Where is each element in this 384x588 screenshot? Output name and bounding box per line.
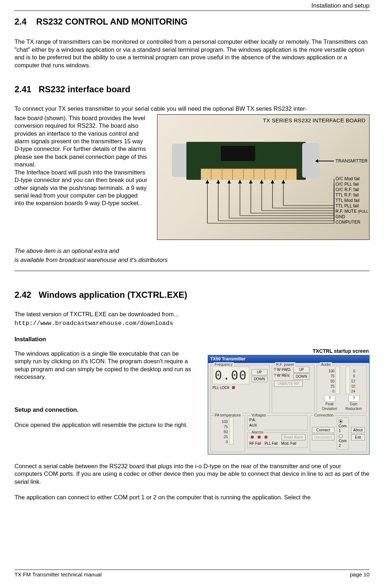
pa-temp-scale: 0 25 50 75 100 — [222, 417, 228, 445]
connection-label: Connection — [313, 413, 334, 418]
audio-right-scale: 24 18 12 6 0 — [351, 369, 355, 394]
reset-alarm-button[interactable]: Reset Alarm — [282, 434, 305, 440]
connect-cable-paragraph: Connect a serial cable between the RS232… — [14, 462, 370, 486]
section-2-41-note-line2: is available from broadcast warehouse an… — [14, 256, 370, 264]
voltage-aux-label: AUX — [249, 423, 257, 427]
voltage-pa-label: P.A. — [249, 418, 256, 422]
section-2-41-note-line1: The above item is an optional extra and — [14, 247, 370, 255]
freq-label: Frequency — [214, 362, 234, 367]
section-2-41-heading: 2.41 RS232 interface board — [14, 84, 370, 95]
section-2-41-lead: To connect your TX series transmitter to… — [14, 105, 370, 113]
pa-temp-bar — [229, 417, 233, 445]
ifb-sig-oc-rf: O/C R.F. fail — [336, 187, 370, 193]
pll-lock-led — [232, 386, 235, 389]
ifb-sig-computer: COMPUTER — [336, 220, 370, 225]
com1-radio[interactable]: Com 1 — [339, 419, 347, 433]
section-2-42-number: 2.42 — [14, 290, 31, 300]
ifb-sig-oc-pll: O/C PLL fail — [336, 182, 370, 187]
section-2-42-title: Windows application (TXCTRL.EXE) — [39, 290, 187, 300]
svg-marker-3 — [238, 180, 242, 183]
audio-right-bar — [346, 367, 350, 394]
section-2-41-body: face board (shown). This board provides … — [14, 114, 148, 207]
ifb-terminals — [201, 168, 297, 180]
ifb-title: TX SERIES RS232 INTERFACE BOARD — [263, 117, 366, 124]
ifb-sig-ttl-rf: TTL R.F. fail — [336, 193, 370, 198]
audio-left-scale: 0 25 50 75 100 — [328, 369, 334, 394]
section-2-41-title: RS232 interface board — [39, 84, 130, 94]
svg-marker-4 — [249, 180, 253, 183]
ifb-ic-chip — [221, 146, 255, 161]
section-2-4-heading: 2.4 RS232 CONTROL AND MONITORING — [14, 16, 370, 27]
alarm-pll-text: PLL Fail — [265, 441, 278, 446]
ifb-sig-oc-mod: O/C Mod fail — [336, 176, 370, 182]
rf-fwd: ? W FWD. — [274, 367, 291, 372]
section-2-4-number: 2.4 — [14, 17, 26, 26]
ifb-sig-ttl-pll: TTL PLL fail — [336, 203, 370, 209]
txctrl-figure: TXCTRL startup screen TX50 Transmitter F… — [208, 348, 370, 454]
ifb-signal-labels: O/C Mod fail O/C PLL fail O/C R.F. fail … — [336, 176, 370, 225]
section-2-4-title: RS232 CONTROL AND MONITORING — [36, 17, 187, 26]
freq-display: 0.00 — [212, 367, 249, 384]
voltages-label: Voltages — [250, 413, 267, 418]
interface-board-figure: TX SERIES RS232 INTERFACE BOARD TRANSMIT… — [157, 114, 370, 240]
footer-left: TX FM Transmitter technical manual — [14, 571, 102, 578]
alarm-pll-led — [258, 436, 261, 439]
unmute-rf-button[interactable]: UNMUTE RF — [274, 381, 303, 387]
exit-button[interactable]: Exit — [351, 434, 365, 440]
alarm-rf-led — [251, 436, 254, 439]
alarm-rf-text: RF Fail — [249, 441, 261, 446]
txctrl-caption: TXCTRL startup screen — [208, 348, 369, 354]
page-header-right: Installation and setup — [14, 0, 370, 10]
section-2-4-paragraph: The TX range of transmitters can be moni… — [14, 38, 370, 69]
svg-marker-6 — [271, 180, 274, 183]
alarm-mod-led — [265, 436, 267, 439]
connect-button[interactable]: Connect — [312, 427, 334, 433]
section-2-41-number: 2.41 — [14, 84, 31, 94]
ifb-sig-gnd: GND — [336, 214, 370, 220]
ifb-transmitter-label: TRANSMITTER — [336, 158, 368, 164]
section-2-42-download-text: The latest version of TXCTRL.EXE can be … — [14, 310, 370, 318]
rf-down-button[interactable]: DOWN — [294, 373, 309, 380]
com-port-paragraph: The application can connect to either CO… — [14, 494, 370, 501]
footer-right: page 10 — [350, 571, 370, 578]
disconnect-button[interactable]: Disconnect — [312, 434, 334, 440]
installation-paragraph: The windows application is a single file… — [14, 350, 195, 381]
audio-peak-label: Peak Deviation — [319, 402, 341, 411]
txctrl-window: TX50 Transmitter Frequency 0.00 UP DOWN — [208, 355, 370, 454]
svg-marker-7 — [282, 180, 285, 183]
ifb-sig-ttl-mod: TTL Mod fail — [336, 198, 370, 203]
svg-marker-2 — [227, 180, 231, 183]
ifb-sig-mute: R.F. MUTE (PULL LOW FOR MUTE) — [336, 209, 370, 214]
svg-marker-1 — [216, 180, 220, 183]
rf-rev: ? W REV. — [274, 372, 291, 378]
audio-label: Audio — [320, 362, 332, 367]
svg-marker-0 — [206, 180, 209, 183]
setup-paragraph: Once opened the application will resembl… — [14, 421, 195, 429]
pa-temp-label: PA temperature — [214, 413, 242, 418]
about-button[interactable]: About — [351, 427, 365, 433]
audio-gain-label: Gain Reduction — [343, 402, 365, 411]
svg-marker-5 — [260, 180, 263, 183]
installation-heading: Installation — [14, 335, 370, 343]
alarm-mod-text: Mod. Fail — [281, 441, 296, 446]
freq-down-button[interactable]: DOWN — [252, 376, 267, 382]
rf-up-button[interactable]: UP — [294, 367, 309, 373]
section-2-42-download-url: http://www.broadcastwarehouse.com/downlo… — [14, 320, 370, 327]
pll-lock-label: PLL LOCK — [212, 386, 229, 390]
freq-up-button[interactable]: UP — [252, 369, 267, 375]
com2-radio[interactable]: Com 2 — [339, 433, 347, 448]
alarms-label: Alarms — [250, 430, 265, 435]
audio-gain-value: ? — [349, 395, 359, 402]
txctrl-titlebar: TX50 Transmitter — [208, 355, 369, 363]
ifb-transmitter-arrow — [318, 161, 334, 161]
audio-peak-value: ? — [324, 395, 335, 402]
section-2-42-heading: 2.42 Windows application (TXCTRL.EXE) — [14, 289, 370, 300]
audio-left-bar — [336, 367, 340, 394]
rf-label: R.F. power — [275, 362, 295, 367]
